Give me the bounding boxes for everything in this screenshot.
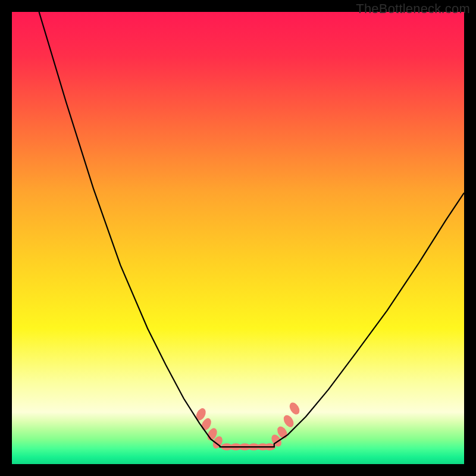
bottleneck-curve: [39, 12, 464, 447]
curve-marker: [287, 400, 302, 416]
curve-marker: [281, 414, 296, 429]
outer-frame: TheBottleneck.com: [0, 0, 476, 476]
curve-layer: [12, 12, 464, 464]
watermark-label: TheBottleneck.com: [356, 1, 470, 17]
plot-area: [12, 12, 464, 464]
marker-group: [194, 400, 301, 450]
